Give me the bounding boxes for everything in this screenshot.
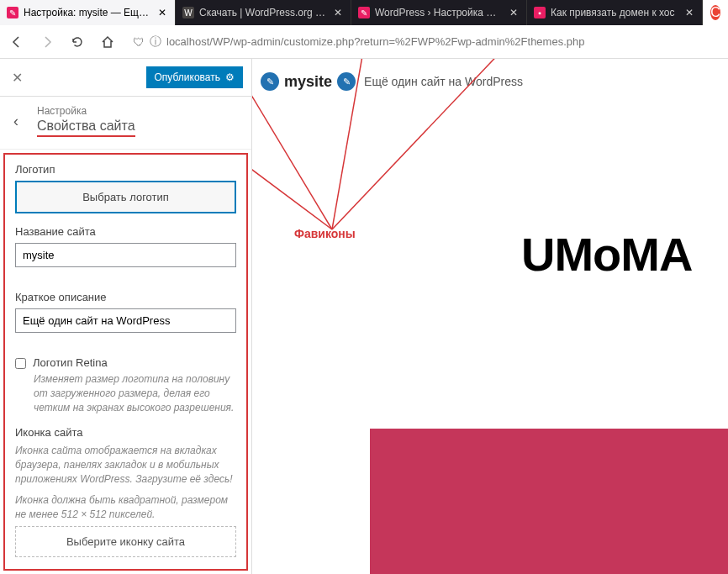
back-icon[interactable] (5, 30, 29, 54)
retina-desc: Изменяет размер логотипа на половину от … (34, 372, 236, 414)
publish-label: Опубликовать (155, 71, 220, 83)
tab-2[interactable]: ✎ WordPress › Настройка фай ✕ (351, 0, 527, 25)
section-title: Свойства сайта (37, 118, 135, 137)
retina-label: Логотип Retina (33, 356, 108, 369)
customizer-sidebar: ✕ Опубликовать ⚙ ‹ Настройка Свойства са… (0, 59, 252, 574)
preview-image-block (370, 429, 728, 574)
close-icon[interactable]: ✕ (683, 7, 695, 18)
home-icon[interactable] (96, 30, 119, 54)
close-icon[interactable]: ✕ (156, 7, 168, 18)
favicon-icon: ✎ (358, 7, 370, 18)
favicon-icon: ✎ (7, 7, 18, 18)
shield-icon: 🛡 (133, 35, 145, 49)
favicon-icon: W (182, 7, 194, 18)
info-icon: ⓘ (150, 34, 161, 50)
gear-icon: ⚙ (225, 71, 235, 83)
preview-headline: UMoMA (521, 227, 692, 282)
tab-title: Скачать | WordPress.org Рус (199, 7, 327, 18)
browser-navbar: 🛡 ⓘ localhost/WP/wp-admin/customize.php?… (0, 25, 728, 59)
publish-button[interactable]: Опубликовать ⚙ (146, 66, 243, 88)
tab-3[interactable]: ▪ Как привязать домен к хос ✕ (527, 0, 703, 25)
edit-shortcut-icon[interactable]: ✎ (337, 72, 356, 91)
tab-title: Настройка: mysite — Ещё о (24, 7, 151, 18)
forward-icon[interactable] (35, 30, 59, 54)
tab-extra[interactable]: C (703, 0, 728, 25)
select-logo-button[interactable]: Выбрать логотип (15, 181, 236, 213)
site-name-input[interactable] (15, 243, 236, 267)
reload-icon[interactable] (66, 30, 89, 54)
back-section-icon[interactable]: ‹ (13, 113, 37, 130)
close-customizer-icon[interactable]: ✕ (8, 69, 25, 86)
preview-site-name: mysite (284, 73, 332, 91)
preview-tagline: Ещё один сайт на WordPress (364, 75, 523, 88)
favicon-icon: ▪ (534, 7, 546, 18)
close-icon[interactable]: ✕ (332, 7, 344, 18)
select-icon-button[interactable]: Выберите иконку сайта (15, 526, 236, 557)
tab-title: WordPress › Настройка фай (375, 7, 503, 18)
browser-tabs: ✎ Настройка: mysite — Ещё о ✕ W Скачать … (0, 0, 728, 25)
url-bar[interactable]: 🛡 ⓘ localhost/WP/wp-admin/customize.php?… (126, 29, 723, 55)
site-icon-label: Иконка сайта (15, 426, 236, 439)
tab-0[interactable]: ✎ Настройка: mysite — Ещё о ✕ (0, 0, 176, 25)
logo-label: Логотип (15, 163, 236, 176)
breadcrumb: Настройка (37, 105, 238, 117)
site-preview: ✎ mysite ✎ Ещё один сайт на WordPress UM… (252, 59, 728, 574)
annotation-label: Фавиконы (294, 227, 356, 240)
tab-title: Как привязать домен к хос (551, 7, 678, 18)
retina-checkbox[interactable] (15, 358, 26, 369)
site-icon-desc2: Иконка должна быть квадратной, размером … (15, 493, 236, 522)
site-name-label: Название сайта (15, 225, 236, 238)
tagline-input[interactable] (15, 308, 236, 333)
close-icon[interactable]: ✕ (508, 7, 520, 18)
edit-shortcut-icon[interactable]: ✎ (261, 72, 279, 91)
tab-1[interactable]: W Скачать | WordPress.org Рус ✕ (176, 0, 351, 25)
site-icon-desc1: Иконка сайта отображается на вкладках бр… (15, 444, 236, 486)
tagline-label: Краткое описание (15, 291, 236, 303)
url-text: localhost/WP/wp-admin/customize.php?retu… (166, 35, 584, 48)
